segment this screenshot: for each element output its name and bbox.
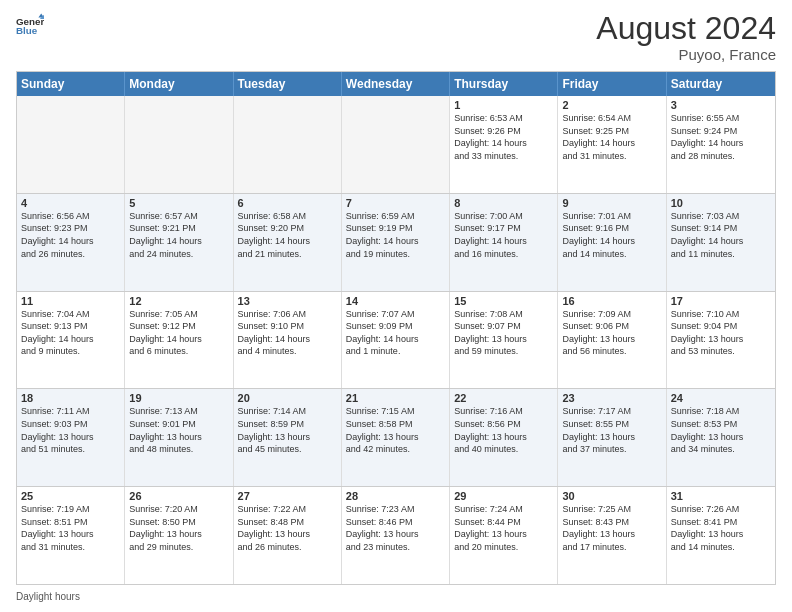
day-info: Sunrise: 7:09 AM Sunset: 9:06 PM Dayligh…	[562, 308, 661, 358]
day-info: Sunrise: 7:13 AM Sunset: 9:01 PM Dayligh…	[129, 405, 228, 455]
day-info: Sunrise: 7:22 AM Sunset: 8:48 PM Dayligh…	[238, 503, 337, 553]
calendar-cell: 28Sunrise: 7:23 AM Sunset: 8:46 PM Dayli…	[342, 487, 450, 584]
day-number: 17	[671, 295, 771, 307]
day-number: 22	[454, 392, 553, 404]
day-number: 4	[21, 197, 120, 209]
day-info: Sunrise: 7:24 AM Sunset: 8:44 PM Dayligh…	[454, 503, 553, 553]
svg-text:Blue: Blue	[16, 25, 38, 36]
title-block: August 2024 Puyoo, France	[596, 12, 776, 63]
day-number: 8	[454, 197, 553, 209]
day-number: 12	[129, 295, 228, 307]
calendar: Sunday Monday Tuesday Wednesday Thursday…	[16, 71, 776, 585]
calendar-row-3: 11Sunrise: 7:04 AM Sunset: 9:13 PM Dayli…	[17, 291, 775, 389]
calendar-cell: 14Sunrise: 7:07 AM Sunset: 9:09 PM Dayli…	[342, 292, 450, 389]
day-info: Sunrise: 6:56 AM Sunset: 9:23 PM Dayligh…	[21, 210, 120, 260]
day-number: 7	[346, 197, 445, 209]
day-number: 18	[21, 392, 120, 404]
day-info: Sunrise: 7:19 AM Sunset: 8:51 PM Dayligh…	[21, 503, 120, 553]
calendar-row-4: 18Sunrise: 7:11 AM Sunset: 9:03 PM Dayli…	[17, 388, 775, 486]
day-number: 21	[346, 392, 445, 404]
header-saturday: Saturday	[667, 72, 775, 96]
day-info: Sunrise: 7:18 AM Sunset: 8:53 PM Dayligh…	[671, 405, 771, 455]
day-info: Sunrise: 7:03 AM Sunset: 9:14 PM Dayligh…	[671, 210, 771, 260]
header-monday: Monday	[125, 72, 233, 96]
day-number: 23	[562, 392, 661, 404]
calendar-cell: 26Sunrise: 7:20 AM Sunset: 8:50 PM Dayli…	[125, 487, 233, 584]
day-info: Sunrise: 7:14 AM Sunset: 8:59 PM Dayligh…	[238, 405, 337, 455]
day-number: 11	[21, 295, 120, 307]
day-number: 13	[238, 295, 337, 307]
day-number: 27	[238, 490, 337, 502]
logo-icon: General Blue	[16, 12, 44, 40]
daylight-label: Daylight hours	[16, 591, 80, 602]
month-title: August 2024	[596, 12, 776, 44]
header: General Blue General Blue August 2024 Pu…	[16, 12, 776, 63]
day-info: Sunrise: 7:17 AM Sunset: 8:55 PM Dayligh…	[562, 405, 661, 455]
calendar-cell: 31Sunrise: 7:26 AM Sunset: 8:41 PM Dayli…	[667, 487, 775, 584]
calendar-body: 1Sunrise: 6:53 AM Sunset: 9:26 PM Daylig…	[17, 96, 775, 584]
calendar-cell: 4Sunrise: 6:56 AM Sunset: 9:23 PM Daylig…	[17, 194, 125, 291]
calendar-cell: 30Sunrise: 7:25 AM Sunset: 8:43 PM Dayli…	[558, 487, 666, 584]
day-info: Sunrise: 6:53 AM Sunset: 9:26 PM Dayligh…	[454, 112, 553, 162]
calendar-cell: 25Sunrise: 7:19 AM Sunset: 8:51 PM Dayli…	[17, 487, 125, 584]
header-wednesday: Wednesday	[342, 72, 450, 96]
calendar-cell: 10Sunrise: 7:03 AM Sunset: 9:14 PM Dayli…	[667, 194, 775, 291]
calendar-cell: 11Sunrise: 7:04 AM Sunset: 9:13 PM Dayli…	[17, 292, 125, 389]
calendar-cell: 20Sunrise: 7:14 AM Sunset: 8:59 PM Dayli…	[234, 389, 342, 486]
calendar-cell: 7Sunrise: 6:59 AM Sunset: 9:19 PM Daylig…	[342, 194, 450, 291]
calendar-header: Sunday Monday Tuesday Wednesday Thursday…	[17, 72, 775, 96]
day-number: 15	[454, 295, 553, 307]
calendar-cell: 21Sunrise: 7:15 AM Sunset: 8:58 PM Dayli…	[342, 389, 450, 486]
calendar-cell: 19Sunrise: 7:13 AM Sunset: 9:01 PM Dayli…	[125, 389, 233, 486]
day-info: Sunrise: 7:20 AM Sunset: 8:50 PM Dayligh…	[129, 503, 228, 553]
logo: General Blue General Blue	[16, 12, 44, 40]
day-info: Sunrise: 7:06 AM Sunset: 9:10 PM Dayligh…	[238, 308, 337, 358]
calendar-cell: 13Sunrise: 7:06 AM Sunset: 9:10 PM Dayli…	[234, 292, 342, 389]
calendar-cell: 23Sunrise: 7:17 AM Sunset: 8:55 PM Dayli…	[558, 389, 666, 486]
day-info: Sunrise: 6:57 AM Sunset: 9:21 PM Dayligh…	[129, 210, 228, 260]
page: General Blue General Blue August 2024 Pu…	[0, 0, 792, 612]
calendar-cell: 6Sunrise: 6:58 AM Sunset: 9:20 PM Daylig…	[234, 194, 342, 291]
day-info: Sunrise: 6:54 AM Sunset: 9:25 PM Dayligh…	[562, 112, 661, 162]
day-info: Sunrise: 6:59 AM Sunset: 9:19 PM Dayligh…	[346, 210, 445, 260]
calendar-cell: 22Sunrise: 7:16 AM Sunset: 8:56 PM Dayli…	[450, 389, 558, 486]
day-info: Sunrise: 7:05 AM Sunset: 9:12 PM Dayligh…	[129, 308, 228, 358]
day-info: Sunrise: 7:00 AM Sunset: 9:17 PM Dayligh…	[454, 210, 553, 260]
calendar-row-1: 1Sunrise: 6:53 AM Sunset: 9:26 PM Daylig…	[17, 96, 775, 193]
day-info: Sunrise: 7:01 AM Sunset: 9:16 PM Dayligh…	[562, 210, 661, 260]
calendar-cell: 5Sunrise: 6:57 AM Sunset: 9:21 PM Daylig…	[125, 194, 233, 291]
footer: Daylight hours	[16, 591, 776, 602]
day-info: Sunrise: 7:23 AM Sunset: 8:46 PM Dayligh…	[346, 503, 445, 553]
day-number: 19	[129, 392, 228, 404]
day-number: 20	[238, 392, 337, 404]
day-number: 2	[562, 99, 661, 111]
day-number: 10	[671, 197, 771, 209]
calendar-cell	[234, 96, 342, 193]
calendar-cell	[17, 96, 125, 193]
day-info: Sunrise: 7:08 AM Sunset: 9:07 PM Dayligh…	[454, 308, 553, 358]
day-info: Sunrise: 7:11 AM Sunset: 9:03 PM Dayligh…	[21, 405, 120, 455]
header-thursday: Thursday	[450, 72, 558, 96]
day-number: 14	[346, 295, 445, 307]
day-number: 5	[129, 197, 228, 209]
day-info: Sunrise: 7:25 AM Sunset: 8:43 PM Dayligh…	[562, 503, 661, 553]
calendar-cell: 16Sunrise: 7:09 AM Sunset: 9:06 PM Dayli…	[558, 292, 666, 389]
calendar-cell: 2Sunrise: 6:54 AM Sunset: 9:25 PM Daylig…	[558, 96, 666, 193]
calendar-cell: 12Sunrise: 7:05 AM Sunset: 9:12 PM Dayli…	[125, 292, 233, 389]
day-number: 29	[454, 490, 553, 502]
header-friday: Friday	[558, 72, 666, 96]
calendar-cell: 15Sunrise: 7:08 AM Sunset: 9:07 PM Dayli…	[450, 292, 558, 389]
calendar-cell: 17Sunrise: 7:10 AM Sunset: 9:04 PM Dayli…	[667, 292, 775, 389]
calendar-cell: 27Sunrise: 7:22 AM Sunset: 8:48 PM Dayli…	[234, 487, 342, 584]
day-info: Sunrise: 7:10 AM Sunset: 9:04 PM Dayligh…	[671, 308, 771, 358]
calendar-cell	[342, 96, 450, 193]
calendar-cell: 24Sunrise: 7:18 AM Sunset: 8:53 PM Dayli…	[667, 389, 775, 486]
day-info: Sunrise: 6:58 AM Sunset: 9:20 PM Dayligh…	[238, 210, 337, 260]
day-number: 25	[21, 490, 120, 502]
calendar-row-2: 4Sunrise: 6:56 AM Sunset: 9:23 PM Daylig…	[17, 193, 775, 291]
day-number: 16	[562, 295, 661, 307]
day-number: 1	[454, 99, 553, 111]
calendar-cell: 3Sunrise: 6:55 AM Sunset: 9:24 PM Daylig…	[667, 96, 775, 193]
day-number: 24	[671, 392, 771, 404]
calendar-cell	[125, 96, 233, 193]
